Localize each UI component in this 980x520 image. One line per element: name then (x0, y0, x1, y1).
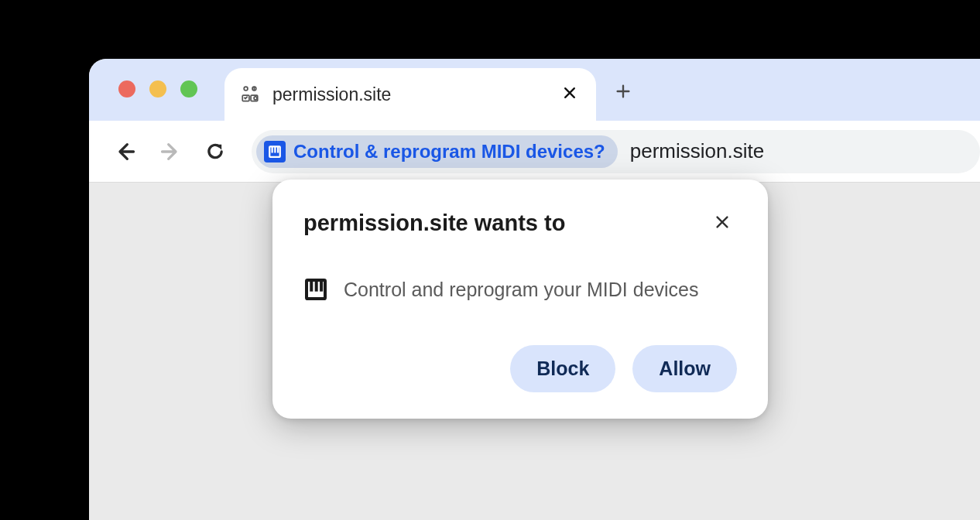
svg-rect-11 (310, 280, 313, 292)
reload-button[interactable] (196, 132, 235, 171)
window-controls (118, 80, 197, 98)
window-close-button[interactable] (118, 80, 135, 98)
svg-rect-8 (274, 146, 276, 152)
toolbar: Control & reprogram MIDI devices? permis… (89, 121, 980, 183)
permission-item: Control and reprogram your MIDI devices (303, 277, 737, 302)
svg-point-0 (244, 87, 248, 91)
allow-button[interactable]: Allow (632, 345, 737, 392)
tab-favicon-icon (238, 83, 262, 106)
permission-dialog: permission.site wants to Control and rep… (272, 180, 768, 419)
svg-rect-13 (320, 280, 323, 292)
tab-strip: permission.site (89, 59, 980, 121)
forward-button[interactable] (151, 132, 190, 171)
window-zoom-button[interactable] (180, 80, 197, 98)
permission-chip-label: Control & reprogram MIDI devices? (293, 141, 605, 162)
midi-icon (264, 141, 286, 162)
dialog-actions: Block Allow (303, 345, 737, 392)
address-bar-url: permission.site (630, 139, 764, 163)
permission-description: Control and reprogram your MIDI devices (344, 279, 699, 301)
window-minimize-button[interactable] (149, 80, 166, 98)
svg-rect-12 (315, 280, 318, 292)
block-button[interactable]: Block (510, 345, 615, 392)
tab-title: permission.site (272, 84, 557, 105)
permission-chip[interactable]: Control & reprogram MIDI devices? (256, 135, 618, 168)
dialog-title: permission.site wants to (303, 210, 565, 236)
tab-close-button[interactable] (557, 79, 582, 110)
midi-icon (303, 277, 328, 302)
svg-rect-7 (272, 146, 273, 152)
back-button[interactable] (106, 132, 145, 171)
page-content: permission.site wants to Control and rep… (89, 183, 980, 520)
dialog-close-button[interactable] (708, 210, 737, 237)
browser-tab[interactable]: permission.site (224, 68, 596, 121)
new-tab-button[interactable] (608, 76, 639, 107)
browser-window: permission.site (89, 59, 980, 520)
address-bar[interactable]: Control & reprogram MIDI devices? permis… (252, 130, 980, 173)
svg-point-5 (254, 97, 257, 100)
svg-rect-9 (277, 146, 279, 152)
